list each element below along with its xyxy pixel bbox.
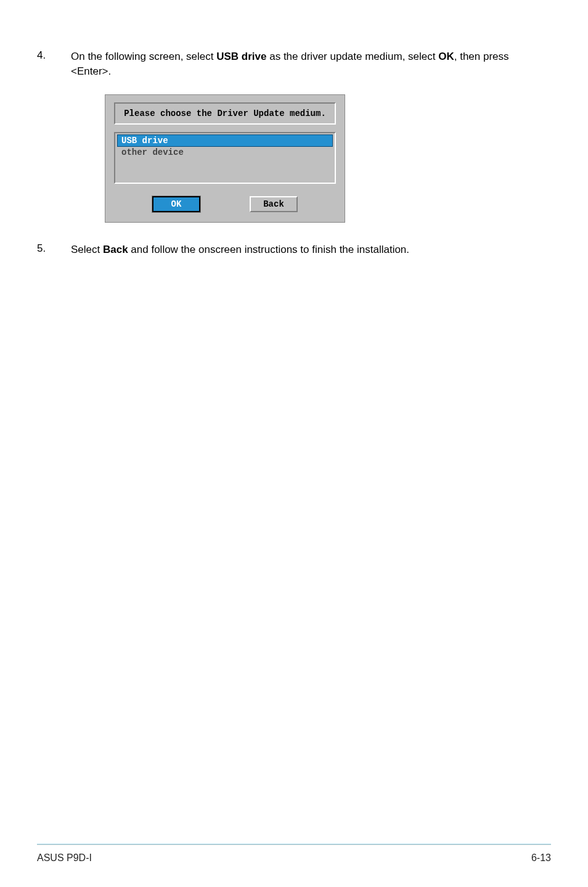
step-5: 5. Select Back and follow the onscreen i… [37,242,551,257]
list-item-usb-drive[interactable]: USB drive [117,134,333,147]
dialog-title: Please choose the Driver Update medium. [121,109,329,118]
dialog-frame: Please choose the Driver Update medium. … [105,94,345,223]
footer-content: ASUS P9D-I 6-13 [37,852,551,864]
medium-list[interactable]: USB drive other device [114,132,336,184]
page-footer: ASUS P9D-I 6-13 [37,844,551,864]
footer-divider [37,844,551,845]
step-5-text: Select Back and follow the onscreen inst… [71,242,409,257]
step-4-number: 4. [37,49,71,79]
dialog-title-box: Please choose the Driver Update medium. [114,102,336,125]
footer-page-number: 6-13 [531,852,551,864]
driver-update-dialog: Please choose the Driver Update medium. … [105,94,345,223]
footer-product: ASUS P9D-I [37,852,92,864]
ok-button[interactable]: OK [152,196,200,212]
step-5-number: 5. [37,242,71,257]
step-4: 4. On the following screen, select USB d… [37,49,551,79]
step-4-text: On the following screen, select USB driv… [71,49,551,79]
list-item-other-device[interactable]: other device [117,147,333,158]
back-button[interactable]: Back [250,196,298,212]
dialog-button-row: OK Back [114,196,336,212]
